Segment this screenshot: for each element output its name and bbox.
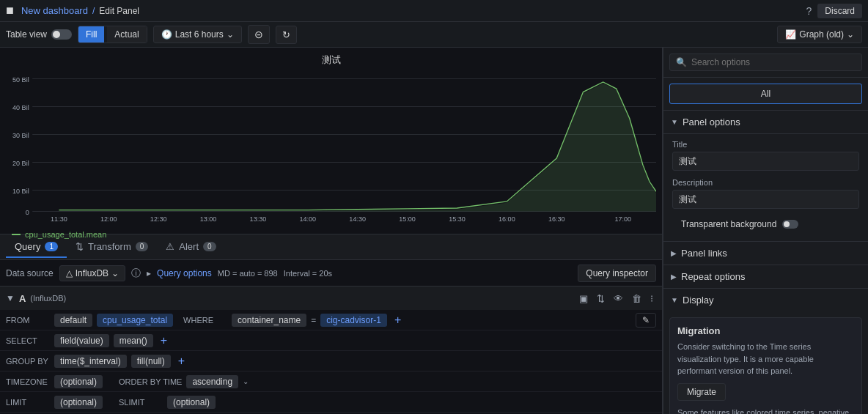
description-field-group: Description xyxy=(672,178,859,209)
from-default[interactable]: default xyxy=(54,314,92,327)
chart-panel: 测试 50 Bil 40 Bil 30 Bil 20 B xyxy=(0,48,663,414)
search-input[interactable] xyxy=(691,57,856,67)
repeat-options-header[interactable]: ▶ Repeat options xyxy=(663,265,868,288)
select-field[interactable]: field(value) xyxy=(54,334,109,347)
svg-text:10 Bil: 10 Bil xyxy=(12,188,29,195)
transform-icon: ⇅ xyxy=(76,241,84,252)
row-actions: ▣ ⇅ 👁 🗑 ⁝ xyxy=(576,292,656,306)
table-view-switch[interactable] xyxy=(51,29,72,40)
refresh-button[interactable]: ↻ xyxy=(276,26,297,44)
tab-query-badge: 1 xyxy=(45,242,58,251)
where-label: WHERE xyxy=(183,316,227,325)
add-select-btn[interactable]: + xyxy=(158,334,170,347)
expand-row-icon[interactable]: ▼ xyxy=(6,293,15,303)
query-options-btn[interactable]: Query options xyxy=(157,268,212,278)
breadcrumb-separator: / xyxy=(92,6,95,16)
from-measurement[interactable]: cpu_usage_total xyxy=(97,314,173,327)
slimit-value[interactable]: (optional) xyxy=(167,396,216,409)
search-area: 🔍 xyxy=(663,48,868,78)
discard-button[interactable]: Discard xyxy=(817,4,862,18)
actual-button[interactable]: Actual xyxy=(107,26,146,42)
chart-svg: 50 Bil 40 Bil 30 Bil 20 Bil 10 Bil 0 11:… xyxy=(6,70,656,227)
table-view-toggle[interactable]: Table view xyxy=(6,29,72,40)
where-field[interactable]: container_name xyxy=(232,314,306,327)
migrate-button[interactable]: Migrate xyxy=(677,383,726,401)
migration-warning-text: Some features like colored time series, … xyxy=(677,407,854,415)
search-icon: 🔍 xyxy=(676,57,687,67)
order-by-label: ORDER BY TIME xyxy=(119,377,182,386)
time-range-button[interactable]: 🕐 Last 6 hours ⌄ xyxy=(153,26,242,43)
move-icon[interactable]: ⇅ xyxy=(594,292,608,306)
query-inspector-button[interactable]: Query inspector xyxy=(578,265,656,282)
fill-button[interactable]: Fill xyxy=(78,26,104,42)
limit-value[interactable]: (optional) xyxy=(54,396,103,409)
migration-title: Migration xyxy=(677,325,854,336)
edit-query-btn[interactable]: ✎ xyxy=(636,313,656,328)
time-range-label: Last 6 hours xyxy=(175,29,224,40)
copy-icon[interactable]: ▣ xyxy=(576,292,591,306)
chevron-right-icon: ▸ xyxy=(147,268,151,278)
graph-type-button[interactable]: 📈 Graph (old) ⌄ xyxy=(777,26,862,43)
tab-alert-label: Alert xyxy=(179,241,199,252)
main-layout: 测试 50 Bil 40 Bil 30 Bil 20 B xyxy=(0,48,868,414)
help-icon[interactable]: ? xyxy=(806,5,812,17)
tab-alert-badge: 0 xyxy=(203,242,216,251)
zoom-out-button[interactable]: ⊝ xyxy=(248,25,270,44)
query-db-label: (InfluxDB) xyxy=(30,294,66,303)
timezone-label: TIMEZONE xyxy=(6,377,50,386)
slimit-label: SLIMIT xyxy=(119,398,163,407)
svg-text:15:30: 15:30 xyxy=(449,215,466,223)
query-letter: A xyxy=(19,293,26,304)
group-by-fill[interactable]: fill(null) xyxy=(131,355,171,368)
search-wrap: 🔍 xyxy=(669,53,862,71)
breadcrumb-area: ■ New dashboard / Edit Panel xyxy=(6,3,801,18)
group-by-label: GROUP BY xyxy=(6,357,50,366)
tab-transform-badge: 0 xyxy=(136,242,149,251)
clock-icon: 🕐 xyxy=(161,29,172,40)
svg-text:20 Bil: 20 Bil xyxy=(12,160,29,167)
delete-query-icon[interactable]: 🗑 xyxy=(629,292,644,306)
panel-options-label: Panel options xyxy=(683,117,740,127)
graph-type-label: Graph (old) xyxy=(799,29,844,40)
drag-icon[interactable]: ⁝ xyxy=(647,292,656,306)
timezone-value[interactable]: (optional) xyxy=(54,375,103,388)
toggle-visibility-icon[interactable]: 👁 xyxy=(611,292,626,306)
query-fields: FROM default cpu_usage_total WHERE conta… xyxy=(0,310,662,414)
chevron-ds-icon: ⌄ xyxy=(111,268,119,278)
order-by-chevron: ⌄ xyxy=(243,377,249,385)
svg-text:13:00: 13:00 xyxy=(200,215,217,223)
description-input[interactable] xyxy=(672,190,859,209)
add-group-btn[interactable]: + xyxy=(175,355,188,368)
panel-links-header[interactable]: ▶ Panel links xyxy=(663,241,868,265)
breadcrumb-current: Edit Panel xyxy=(99,6,139,16)
add-where-btn[interactable]: + xyxy=(391,314,404,327)
breadcrumb-link[interactable]: New dashboard xyxy=(21,5,88,16)
top-bar: ■ New dashboard / Edit Panel ? Discard xyxy=(0,0,868,22)
group-by-time[interactable]: time($_interval) xyxy=(54,355,127,368)
display-section-header[interactable]: ▼ Display xyxy=(663,288,868,311)
display-label: Display xyxy=(683,295,714,306)
all-button[interactable]: All xyxy=(669,84,862,104)
transparent-toggle[interactable] xyxy=(782,220,798,229)
where-op: = xyxy=(311,315,316,325)
svg-text:12:30: 12:30 xyxy=(150,215,167,223)
title-field-group: Title xyxy=(672,140,859,171)
info-icon[interactable]: ⓘ xyxy=(131,267,141,280)
title-input[interactable] xyxy=(672,152,859,171)
svg-text:11:30: 11:30 xyxy=(51,215,67,223)
select-agg[interactable]: mean() xyxy=(114,334,153,347)
group-by-row: GROUP BY time($_interval) fill(null) + xyxy=(0,351,662,372)
query-editor: Data source △ InfluxDB ⌄ ⓘ ▸ Query optio… xyxy=(0,260,662,414)
migration-text: Consider switching to the Time series vi… xyxy=(677,341,854,377)
query-row-a: ▼ A (InfluxDB) ▣ ⇅ 👁 🗑 ⁝ xyxy=(0,287,662,414)
where-value[interactable]: cig-cadvisor-1 xyxy=(320,314,387,327)
query-row-header: ▼ A (InfluxDB) ▣ ⇅ 👁 🗑 ⁝ xyxy=(0,287,662,310)
influxdb-label: InfluxDB xyxy=(76,268,108,278)
tab-query-label: Query xyxy=(15,241,40,252)
order-by-value[interactable]: ascending xyxy=(186,375,238,388)
svg-text:17:00: 17:00 xyxy=(614,215,631,223)
transparent-row: Transparent background xyxy=(672,216,859,235)
datasource-select[interactable]: △ InfluxDB ⌄ xyxy=(59,265,125,281)
panel-options-header[interactable]: ▼ Panel options xyxy=(663,110,868,133)
query-editor-toolbar: Data source △ InfluxDB ⌄ ⓘ ▸ Query optio… xyxy=(0,260,662,287)
